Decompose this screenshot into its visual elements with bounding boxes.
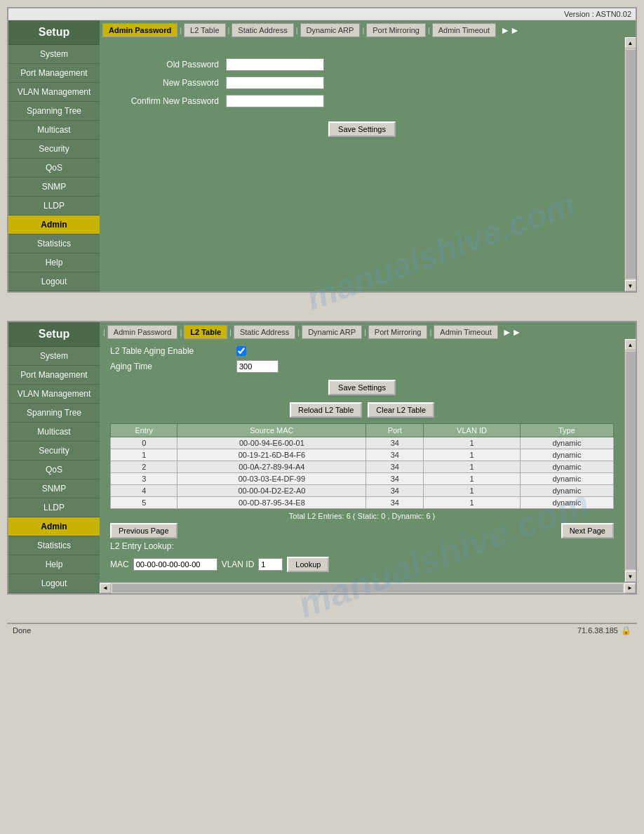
clear-l2-button[interactable]: Clear L2 Table bbox=[368, 402, 434, 418]
scroll-down-2[interactable]: ▼ bbox=[625, 571, 636, 582]
cell-vlan: 1 bbox=[424, 461, 521, 473]
table-row: 200-0A-27-89-94-A4341dynamic bbox=[111, 461, 614, 473]
sidebar-item-snmp-1[interactable]: SNMP bbox=[8, 178, 100, 197]
save-settings-button-2[interactable]: Save Settings bbox=[328, 380, 396, 395]
scroll-up-2[interactable]: ▲ bbox=[625, 339, 636, 350]
sidebar-item-lldp-2[interactable]: LLDP bbox=[8, 498, 100, 517]
cell-mac: 00-00-04-D2-E2-A0 bbox=[177, 485, 366, 497]
sidebar-item-system-2[interactable]: System bbox=[8, 347, 100, 366]
cell-mac: 00-00-94-E6-00-01 bbox=[177, 437, 366, 449]
cell-mac: 00-03-03-E4-DF-99 bbox=[177, 473, 366, 485]
hscroll-left[interactable]: ◄ bbox=[100, 583, 111, 593]
sep3: | bbox=[295, 26, 299, 34]
old-password-row: Old Password bbox=[114, 58, 610, 71]
sidebar-item-spanning-1[interactable]: Spanning Tree bbox=[8, 102, 100, 121]
tab-admin-password-1[interactable]: Admin Password bbox=[102, 23, 177, 37]
pagination-row: Previous Page Next Page bbox=[110, 523, 614, 538]
cell-port: 34 bbox=[366, 461, 424, 473]
tab-admin-timeout-1[interactable]: Admin Timeout bbox=[432, 23, 496, 37]
sidebar-item-portmgmt-1[interactable]: Port Management bbox=[8, 64, 100, 83]
sidebar-item-logout-2[interactable]: Logout bbox=[8, 574, 100, 593]
lookup-button[interactable]: Lookup bbox=[287, 557, 329, 572]
tab-port-mirroring-2[interactable]: Port Mirroring bbox=[368, 325, 428, 339]
hscroll-right[interactable]: ► bbox=[624, 583, 636, 593]
sidebar-item-portmgmt-2[interactable]: Port Management bbox=[8, 366, 100, 385]
new-password-input[interactable] bbox=[226, 77, 324, 89]
sidebar-item-multicast-1[interactable]: Multicast bbox=[8, 121, 100, 140]
table-row: 500-0D-87-95-34-E8341dynamic bbox=[111, 497, 614, 509]
scroll-up-1[interactable]: ▲ bbox=[625, 37, 636, 48]
hscroll-track[interactable] bbox=[112, 584, 623, 593]
cell-port: 34 bbox=[366, 449, 424, 461]
sidebar-item-vlan-1[interactable]: VLAN Management bbox=[8, 83, 100, 102]
sidebar-item-qos-1[interactable]: QoS bbox=[8, 159, 100, 178]
new-password-row: New Password bbox=[114, 77, 610, 89]
sidebar-item-help-1[interactable]: Help bbox=[8, 253, 100, 272]
sidebar-item-system-1[interactable]: System bbox=[8, 45, 100, 64]
cell-vlan: 1 bbox=[424, 473, 521, 485]
sidebar-item-lldp-1[interactable]: LLDP bbox=[8, 197, 100, 216]
sidebar-item-vlan-2[interactable]: VLAN Management bbox=[8, 385, 100, 404]
sidebar-item-admin-2[interactable]: Admin bbox=[8, 517, 100, 536]
save-settings-button-1[interactable]: Save Settings bbox=[328, 121, 396, 137]
tab-admin-timeout-2[interactable]: Admin Timeout bbox=[434, 325, 497, 339]
sidebar-item-admin-1[interactable]: Admin bbox=[8, 216, 100, 234]
sidebar-panel2: Setup System Port Management VLAN Manage… bbox=[8, 322, 100, 593]
next-page-button[interactable]: Next Page bbox=[561, 523, 614, 538]
sidebar-panel1: Setup System Port Management VLAN Manage… bbox=[8, 20, 100, 291]
cell-mac: 00-0A-27-89-94-A4 bbox=[177, 461, 366, 473]
tab-static-address-2[interactable]: Static Address bbox=[234, 325, 295, 339]
tab-l2table-1[interactable]: L2 Table bbox=[184, 23, 225, 37]
sidebar-item-logout-1[interactable]: Logout bbox=[8, 272, 100, 291]
sidebar-item-statistics-1[interactable]: Statistics bbox=[8, 234, 100, 253]
tab-l2table-2[interactable]: L2 Table bbox=[184, 325, 227, 339]
sidebar-item-spanning-2[interactable]: Spanning Tree bbox=[8, 404, 100, 423]
lookup-section: L2 Entry Lookup: MAC VLAN ID Lookup bbox=[110, 541, 614, 572]
sidebar-item-security-1[interactable]: Security bbox=[8, 140, 100, 159]
sidebar-item-statistics-2[interactable]: Statistics bbox=[8, 536, 100, 555]
lookup-section-label: L2 Entry Lookup: bbox=[110, 541, 614, 551]
version-bar: Version : ASTN0.02 bbox=[8, 8, 636, 20]
confirm-password-input[interactable] bbox=[226, 95, 324, 107]
aging-enable-checkbox[interactable] bbox=[236, 346, 246, 356]
reload-l2-button[interactable]: Reload L2 Table bbox=[290, 402, 362, 418]
aging-enable-label: L2 Table Aging Enable bbox=[110, 346, 236, 356]
vlanid-lookup-input[interactable] bbox=[258, 558, 283, 571]
aging-time-input[interactable] bbox=[236, 360, 279, 373]
table-row: 000-00-94-E6-00-01341dynamic bbox=[111, 437, 614, 449]
sep6: | bbox=[102, 328, 106, 336]
mac-lookup-input[interactable] bbox=[133, 558, 217, 571]
status-done: Done bbox=[13, 626, 31, 635]
tab-port-mirroring-1[interactable]: Port Mirroring bbox=[366, 23, 426, 37]
prev-page-button[interactable]: Previous Page bbox=[110, 523, 177, 538]
tab-more-1[interactable]: ►► bbox=[497, 23, 523, 37]
cell-type: dynamic bbox=[520, 497, 613, 509]
scrollbar-2[interactable]: ▲ ▼ bbox=[624, 339, 636, 582]
sidebar-item-security-2[interactable]: Security bbox=[8, 442, 100, 461]
scrollbar-1[interactable]: ▲ ▼ bbox=[624, 37, 636, 291]
col-source-mac: Source MAC bbox=[177, 424, 366, 437]
old-password-input[interactable] bbox=[226, 58, 324, 71]
hscroll-bar[interactable]: ◄ ► bbox=[100, 582, 636, 593]
tab-dynamic-arp-1[interactable]: Dynamic ARP bbox=[300, 23, 361, 37]
tab-dynamic-arp-2[interactable]: Dynamic ARP bbox=[302, 325, 362, 339]
scroll-down-1[interactable]: ▼ bbox=[625, 280, 636, 291]
sidebar-item-multicast-2[interactable]: Multicast bbox=[8, 423, 100, 442]
tab-bar-1: Admin Password | L2 Table | Static Addre… bbox=[100, 20, 636, 37]
cell-entry: 5 bbox=[111, 497, 177, 509]
tab-more-2[interactable]: ►► bbox=[499, 325, 525, 339]
sidebar-item-qos-2[interactable]: QoS bbox=[8, 461, 100, 479]
tab-admin-password-2[interactable]: Admin Password bbox=[107, 325, 178, 339]
scroll-track-1[interactable] bbox=[626, 50, 636, 279]
bottom-bar: Done 71.6.38.185 🔒 bbox=[7, 623, 637, 637]
sidebar-item-snmp-2[interactable]: SNMP bbox=[8, 479, 100, 498]
cell-entry: 0 bbox=[111, 437, 177, 449]
col-port: Port bbox=[366, 424, 424, 437]
content-area-2: L2 Table Aging Enable Aging Time Save Se… bbox=[100, 339, 624, 582]
cell-type: dynamic bbox=[520, 449, 613, 461]
scroll-track-2[interactable] bbox=[626, 352, 636, 569]
sidebar-item-help-2[interactable]: Help bbox=[8, 555, 100, 574]
sep2: | bbox=[227, 26, 231, 34]
tab-static-address-1[interactable]: Static Address bbox=[232, 23, 293, 37]
cell-vlan: 1 bbox=[424, 449, 521, 461]
